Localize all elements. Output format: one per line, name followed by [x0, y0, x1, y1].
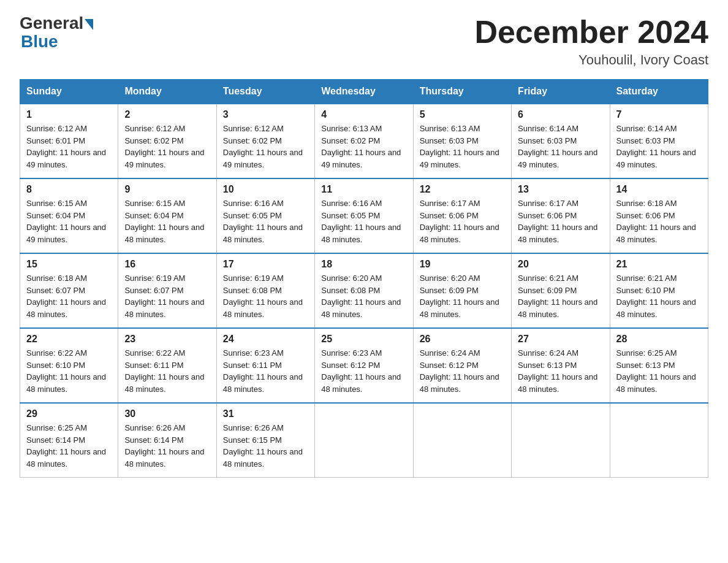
calendar-cell: 24Sunrise: 6:23 AMSunset: 6:11 PMDayligh… — [216, 328, 314, 403]
day-number: 3 — [223, 109, 308, 120]
day-info: Sunrise: 6:18 AMSunset: 6:07 PMDaylight:… — [26, 272, 112, 320]
day-info: Sunrise: 6:25 AMSunset: 6:14 PMDaylight:… — [26, 422, 112, 470]
calendar-cell: 2Sunrise: 6:12 AMSunset: 6:02 PMDaylight… — [118, 104, 216, 178]
day-number: 16 — [124, 259, 210, 270]
week-row-3: 15Sunrise: 6:18 AMSunset: 6:07 PMDayligh… — [20, 253, 708, 328]
day-info: Sunrise: 6:12 AMSunset: 6:01 PMDaylight:… — [26, 123, 112, 170]
calendar-header: SundayMondayTuesdayWednesdayThursdayFrid… — [20, 80, 708, 104]
day-info: Sunrise: 6:21 AMSunset: 6:10 PMDaylight:… — [616, 272, 702, 320]
calendar-cell: 22Sunrise: 6:22 AMSunset: 6:10 PMDayligh… — [20, 328, 118, 403]
page-header: General Blue December 2024 Youhoulil, Iv… — [20, 15, 708, 68]
day-info: Sunrise: 6:19 AMSunset: 6:08 PMDaylight:… — [223, 272, 308, 320]
day-info: Sunrise: 6:15 AMSunset: 6:04 PMDaylight:… — [124, 197, 210, 245]
calendar-cell: 29Sunrise: 6:25 AMSunset: 6:14 PMDayligh… — [20, 403, 118, 478]
calendar-cell: 11Sunrise: 6:16 AMSunset: 6:05 PMDayligh… — [315, 178, 413, 253]
day-info: Sunrise: 6:17 AMSunset: 6:06 PMDaylight:… — [518, 197, 603, 245]
day-info: Sunrise: 6:18 AMSunset: 6:06 PMDaylight:… — [616, 197, 702, 245]
week-row-1: 1Sunrise: 6:12 AMSunset: 6:01 PMDaylight… — [20, 104, 708, 178]
calendar-cell: 30Sunrise: 6:26 AMSunset: 6:14 PMDayligh… — [118, 403, 216, 478]
calendar-cell: 7Sunrise: 6:14 AMSunset: 6:03 PMDaylight… — [610, 104, 708, 178]
day-number: 20 — [518, 259, 603, 270]
header-cell-tuesday: Tuesday — [216, 80, 314, 104]
day-number: 5 — [420, 109, 505, 120]
logo-general-text: General — [20, 15, 83, 32]
day-number: 15 — [26, 259, 112, 270]
calendar-cell: 5Sunrise: 6:13 AMSunset: 6:03 PMDaylight… — [413, 104, 511, 178]
day-info: Sunrise: 6:12 AMSunset: 6:02 PMDaylight:… — [223, 123, 308, 170]
calendar-body: 1Sunrise: 6:12 AMSunset: 6:01 PMDaylight… — [20, 104, 708, 478]
header-cell-monday: Monday — [118, 80, 216, 104]
calendar-cell: 17Sunrise: 6:19 AMSunset: 6:08 PMDayligh… — [216, 253, 314, 328]
day-number: 21 — [616, 259, 702, 270]
calendar-cell: 4Sunrise: 6:13 AMSunset: 6:02 PMDaylight… — [315, 104, 413, 178]
day-info: Sunrise: 6:14 AMSunset: 6:03 PMDaylight:… — [518, 123, 603, 170]
day-info: Sunrise: 6:24 AMSunset: 6:12 PMDaylight:… — [420, 347, 505, 395]
day-info: Sunrise: 6:26 AMSunset: 6:14 PMDaylight:… — [124, 422, 210, 470]
calendar-cell: 21Sunrise: 6:21 AMSunset: 6:10 PMDayligh… — [610, 253, 708, 328]
day-number: 1 — [26, 109, 112, 120]
calendar-cell: 1Sunrise: 6:12 AMSunset: 6:01 PMDaylight… — [20, 104, 118, 178]
title-section: December 2024 Youhoulil, Ivory Coast — [474, 15, 708, 68]
logo: General Blue — [20, 15, 94, 52]
header-cell-wednesday: Wednesday — [315, 80, 413, 104]
day-info: Sunrise: 6:19 AMSunset: 6:07 PMDaylight:… — [124, 272, 210, 320]
day-number: 31 — [223, 408, 308, 419]
day-info: Sunrise: 6:24 AMSunset: 6:13 PMDaylight:… — [518, 347, 603, 395]
logo-arrow-icon — [85, 19, 93, 30]
calendar-cell: 8Sunrise: 6:15 AMSunset: 6:04 PMDaylight… — [20, 178, 118, 253]
calendar-table: SundayMondayTuesdayWednesdayThursdayFrid… — [20, 79, 708, 478]
calendar-cell — [413, 403, 511, 478]
day-info: Sunrise: 6:13 AMSunset: 6:02 PMDaylight:… — [321, 123, 406, 170]
day-number: 14 — [616, 184, 702, 195]
day-number: 2 — [124, 109, 210, 120]
day-info: Sunrise: 6:23 AMSunset: 6:11 PMDaylight:… — [223, 347, 308, 395]
day-info: Sunrise: 6:23 AMSunset: 6:12 PMDaylight:… — [321, 347, 406, 395]
day-number: 28 — [616, 334, 702, 345]
calendar-cell: 14Sunrise: 6:18 AMSunset: 6:06 PMDayligh… — [610, 178, 708, 253]
calendar-cell — [610, 403, 708, 478]
day-number: 24 — [223, 334, 308, 345]
day-info: Sunrise: 6:16 AMSunset: 6:05 PMDaylight:… — [223, 197, 308, 245]
day-number: 12 — [420, 184, 505, 195]
week-row-5: 29Sunrise: 6:25 AMSunset: 6:14 PMDayligh… — [20, 403, 708, 478]
week-row-2: 8Sunrise: 6:15 AMSunset: 6:04 PMDaylight… — [20, 178, 708, 253]
header-row: SundayMondayTuesdayWednesdayThursdayFrid… — [20, 80, 708, 104]
day-number: 30 — [124, 408, 210, 419]
day-info: Sunrise: 6:20 AMSunset: 6:09 PMDaylight:… — [420, 272, 505, 320]
day-number: 22 — [26, 334, 112, 345]
day-info: Sunrise: 6:22 AMSunset: 6:10 PMDaylight:… — [26, 347, 112, 395]
day-number: 29 — [26, 408, 112, 419]
header-cell-sunday: Sunday — [20, 80, 118, 104]
day-info: Sunrise: 6:13 AMSunset: 6:03 PMDaylight:… — [420, 123, 505, 170]
calendar-cell: 31Sunrise: 6:26 AMSunset: 6:15 PMDayligh… — [216, 403, 314, 478]
logo-blue-text: Blue — [21, 32, 58, 52]
calendar-cell: 20Sunrise: 6:21 AMSunset: 6:09 PMDayligh… — [512, 253, 610, 328]
calendar-cell: 13Sunrise: 6:17 AMSunset: 6:06 PMDayligh… — [512, 178, 610, 253]
calendar-cell: 3Sunrise: 6:12 AMSunset: 6:02 PMDaylight… — [216, 104, 314, 178]
calendar-cell — [512, 403, 610, 478]
day-number: 6 — [518, 109, 603, 120]
header-cell-saturday: Saturday — [610, 80, 708, 104]
day-info: Sunrise: 6:17 AMSunset: 6:06 PMDaylight:… — [420, 197, 505, 245]
calendar-cell: 9Sunrise: 6:15 AMSunset: 6:04 PMDaylight… — [118, 178, 216, 253]
calendar-cell — [315, 403, 413, 478]
day-number: 10 — [223, 184, 308, 195]
day-number: 8 — [26, 184, 112, 195]
day-number: 9 — [124, 184, 210, 195]
header-cell-thursday: Thursday — [413, 80, 511, 104]
calendar-cell: 10Sunrise: 6:16 AMSunset: 6:05 PMDayligh… — [216, 178, 314, 253]
day-info: Sunrise: 6:14 AMSunset: 6:03 PMDaylight:… — [616, 123, 702, 170]
day-info: Sunrise: 6:21 AMSunset: 6:09 PMDaylight:… — [518, 272, 603, 320]
calendar-cell: 18Sunrise: 6:20 AMSunset: 6:08 PMDayligh… — [315, 253, 413, 328]
day-number: 17 — [223, 259, 308, 270]
location-text: Youhoulil, Ivory Coast — [474, 52, 708, 68]
day-number: 27 — [518, 334, 603, 345]
day-info: Sunrise: 6:16 AMSunset: 6:05 PMDaylight:… — [321, 197, 406, 245]
calendar-cell: 16Sunrise: 6:19 AMSunset: 6:07 PMDayligh… — [118, 253, 216, 328]
day-info: Sunrise: 6:12 AMSunset: 6:02 PMDaylight:… — [124, 123, 210, 170]
calendar-cell: 26Sunrise: 6:24 AMSunset: 6:12 PMDayligh… — [413, 328, 511, 403]
day-number: 4 — [321, 109, 406, 120]
day-info: Sunrise: 6:26 AMSunset: 6:15 PMDaylight:… — [223, 422, 308, 470]
day-number: 19 — [420, 259, 505, 270]
week-row-4: 22Sunrise: 6:22 AMSunset: 6:10 PMDayligh… — [20, 328, 708, 403]
